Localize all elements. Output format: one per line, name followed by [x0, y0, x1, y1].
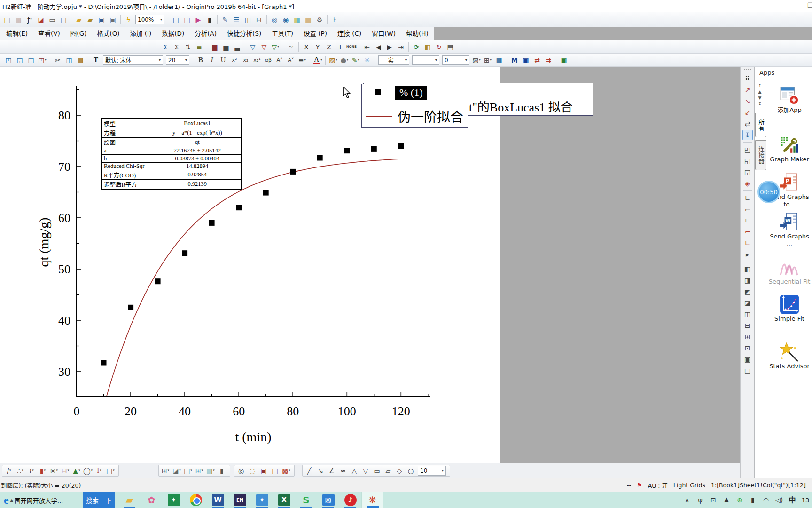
menu-item-3[interactable]: 格式(O) — [92, 27, 125, 40]
tray-ime-indicator[interactable]: 中 — [786, 495, 798, 505]
font-size-combo[interactable]: 20▾ — [166, 55, 189, 65]
open-icon[interactable]: ▰ — [74, 15, 84, 25]
legend-fit-label[interactable]: 伪一阶拟合 — [398, 107, 463, 126]
next-plot-icon[interactable]: ▶ — [384, 42, 395, 52]
sort-icon[interactable]: ⇅ — [183, 42, 193, 52]
menu-item-7[interactable]: 快捷分析(S) — [222, 27, 266, 40]
open-template-icon[interactable]: ▰ — [85, 15, 95, 25]
add-plot-icon[interactable]: ◲ — [26, 55, 36, 65]
error-bar-plot-icon[interactable]: I▾ — [94, 466, 104, 476]
taskbar-word-icon[interactable]: W — [207, 492, 229, 508]
minimize-button[interactable]: — — [791, 0, 807, 12]
app-item-graph-maker[interactable]: Graph Maker — [767, 135, 812, 163]
previous-plot-icon[interactable]: ◀ — [373, 42, 383, 52]
taskbar-s-app-icon[interactable]: S — [295, 492, 317, 508]
refresh-icon[interactable]: ⟳ — [411, 42, 422, 52]
layer-single-icon[interactable]: ◰ — [742, 144, 753, 155]
tray-hidden-icons-button[interactable]: ∧ — [681, 495, 693, 505]
slideshow-icon[interactable]: ▶ — [193, 15, 203, 25]
legend-edit-box[interactable]: % (1) 伪一阶拟合 — [361, 84, 468, 128]
same-width-icon[interactable]: ⊞ — [742, 332, 753, 342]
filter-remove-icon[interactable]: ▽ — [259, 42, 269, 52]
lock-button[interactable]: ▣ — [559, 55, 569, 65]
new-layout-icon[interactable]: ▭ — [47, 15, 57, 25]
mask-tool-icon[interactable]: ▩▾ — [281, 466, 291, 476]
menu-item-6[interactable]: 分析(A) — [189, 27, 222, 40]
save-icon[interactable]: ▣ — [96, 15, 107, 25]
paste-icon[interactable]: ▤ — [75, 55, 86, 65]
selection-dots-icon[interactable]: ⠿ — [742, 73, 753, 84]
subscript-button[interactable]: x₂ — [241, 55, 251, 65]
maximize-button[interactable]: ❐ — [807, 0, 812, 12]
rescale-y-icon[interactable]: ↙ — [742, 107, 753, 118]
tray-volume-icon[interactable]: ◁) — [773, 495, 785, 505]
scroll-down-icon[interactable]: ▼ — [757, 95, 763, 101]
video-icon[interactable]: ▮ — [204, 15, 215, 25]
menu-item-10[interactable]: 连接 (C) — [332, 27, 367, 40]
expand-toolbar-icon[interactable]: ▸ — [742, 249, 753, 260]
align-bottom-icon[interactable]: ◪ — [742, 298, 753, 308]
column-plot-quick-icon[interactable]: ▆ — [210, 42, 220, 52]
master-items-button[interactable]: M — [509, 55, 520, 65]
effects-button[interactable]: ✳ — [362, 55, 372, 65]
menu-item-11[interactable]: 窗口(W) — [367, 27, 401, 40]
ungroup-objects-icon[interactable]: □ — [742, 365, 753, 376]
box-plot-icon[interactable]: ⊟▾ — [60, 466, 70, 476]
font-style-icon[interactable]: T — [91, 55, 101, 65]
recalculate-icon[interactable]: ↻ — [434, 42, 444, 52]
taskbar-bird-app-icon[interactable]: ✦ — [251, 492, 273, 508]
row-stats-icon[interactable]: ▃ — [232, 42, 242, 52]
spacing-button[interactable]: ⇉ — [543, 55, 554, 65]
matrix-plot-icon[interactable]: ⊠▾ — [49, 466, 59, 476]
project-explorer-icon[interactable]: ⊟ — [254, 15, 264, 25]
new-function-plot-icon[interactable]: ƒ▾ — [24, 15, 35, 25]
grid-snap-icon[interactable]: ⊞▾ — [194, 466, 204, 476]
shape-rect-icon[interactable]: ▭ — [372, 466, 382, 476]
new-notes-icon[interactable]: ▤ — [58, 15, 69, 25]
zoom-combo[interactable]: 100%▾ — [135, 15, 164, 24]
taskbar-en-dict-icon[interactable]: EN — [229, 492, 251, 508]
align-top-icon[interactable]: ◩ — [742, 286, 753, 297]
add-object-icon[interactable]: ⊞▾ — [160, 466, 171, 476]
tray-clock[interactable]: 13 — [799, 495, 812, 505]
add-layer-icon[interactable]: ◰ — [3, 55, 14, 65]
shape-parallelogram-icon[interactable]: ▱ — [383, 466, 393, 476]
tray-cast-icon[interactable]: ⊡ — [707, 495, 719, 505]
last-plot-icon[interactable]: ⇥ — [396, 42, 406, 52]
increase-font-button[interactable]: A˄ — [274, 55, 285, 65]
axis-z-icon[interactable]: Z — [324, 42, 334, 52]
area-plot-icon[interactable]: ▲▾ — [71, 466, 82, 476]
dock-panel-icon[interactable]: ⊦ — [330, 15, 340, 25]
ruler-icon-2[interactable]: ⌐ — [742, 204, 753, 214]
object-font-size-combo[interactable]: 10▾ — [418, 466, 446, 476]
status-au[interactable]: AU : 开 — [645, 481, 671, 490]
filter-reapply-icon[interactable]: ▽▾ — [270, 42, 281, 52]
taskbar-excel-icon[interactable]: X — [273, 492, 295, 508]
axis-y-icon[interactable]: Y — [312, 42, 323, 52]
superscript-button[interactable]: x² — [229, 55, 240, 65]
menu-item-12[interactable]: 帮助(H) — [401, 27, 434, 40]
new-project-icon[interactable]: ▤ — [2, 15, 12, 25]
layer-stack-icon[interactable]: ◲ — [742, 167, 753, 177]
taskbar-app-green-icon[interactable]: ✦ — [163, 492, 185, 508]
distribute-v-icon[interactable]: ⊟ — [742, 320, 753, 331]
scroll-top-icon[interactable]: ↥ — [757, 83, 763, 89]
taskbar-origin-icon[interactable]: ❋ — [361, 492, 383, 508]
font-color-button[interactable]: A▾ — [312, 55, 323, 65]
menu-item-8[interactable]: 工具(T) — [266, 27, 298, 40]
zoom-in-icon[interactable]: ◎ — [269, 15, 280, 25]
draw-line-icon[interactable]: ╱ — [304, 466, 314, 476]
status-data-range-2[interactable]: 1:[G — [809, 482, 812, 489]
zoom-out-tool-icon[interactable]: ◌ — [247, 466, 258, 476]
taskbar-file-explorer-icon[interactable]: ▰ — [118, 492, 141, 508]
layer-grid-icon[interactable]: ◱ — [742, 156, 753, 166]
fill-color-button[interactable]: ▨▾ — [328, 55, 338, 65]
menu-item-2[interactable]: 图(G) — [65, 27, 92, 40]
new-graph-icon[interactable]: ◪ — [36, 15, 46, 25]
apps-tab-all[interactable]: 所有 — [755, 113, 766, 137]
tray-security-icon[interactable]: ⊕ — [734, 495, 746, 505]
sum-column-icon[interactable]: Σ — [172, 42, 182, 52]
shape-circle-icon[interactable]: ○ — [406, 466, 416, 476]
unmask-icon[interactable]: □ — [270, 466, 280, 476]
italic-button[interactable]: I — [207, 55, 217, 65]
